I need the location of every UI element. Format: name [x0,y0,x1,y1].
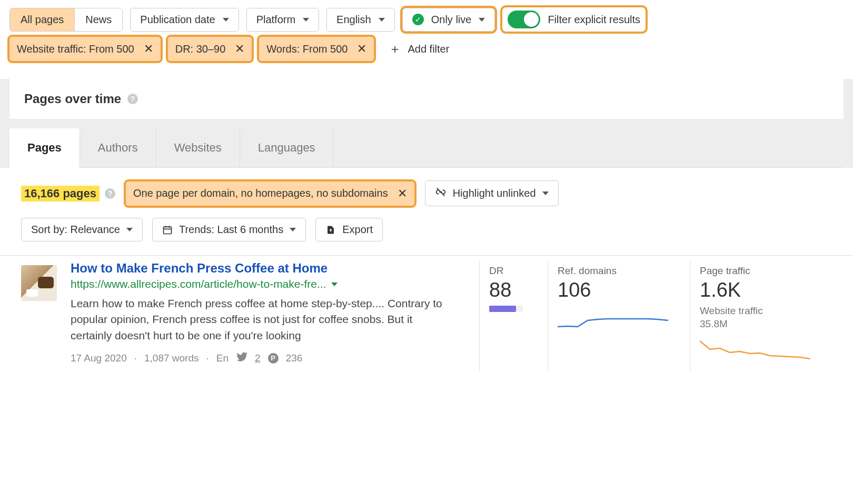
website-traffic-label: Website traffic [700,305,763,316]
publication-date-dropdown[interactable]: Publication date [130,8,239,32]
chevron-down-icon [223,18,229,22]
result-url[interactable]: https://www.allrecipes.com/article/how-t… [71,278,450,290]
trends-dropdown[interactable]: Trends: Last 6 months [152,218,306,241]
publication-date-label: Publication date [140,14,215,26]
close-icon[interactable]: ✕ [144,42,153,56]
only-live-label: Only live [431,14,472,26]
segment-all-pages[interactable]: All pages [10,8,75,31]
platform-dropdown[interactable]: Platform [246,8,319,32]
export-label: Export [342,224,373,236]
export-button[interactable]: Export [315,218,383,241]
dr-label: DR [489,265,538,277]
ref-domains-value: 106 [558,279,680,301]
explicit-label: Filter explicit results [548,14,640,26]
result-lang: En [206,352,229,364]
col-dr: DR 88 [479,261,548,371]
page-type-segment[interactable]: All pages News [9,8,123,32]
filter-chip-dr[interactable]: DR: 30–90 ✕ [168,37,252,61]
chip-label: One page per domain, no homepages, no su… [133,187,388,199]
dr-bar [489,306,523,312]
pinterest-count[interactable]: 236 [286,352,303,364]
toggle-knob [524,12,539,27]
col-ref-domains: Ref. domains 106 [548,261,690,371]
ref-domains-label: Ref. domains [558,265,680,277]
result-title-link[interactable]: How to Make French Press Coffee at Home [71,261,328,275]
ref-domains-sparkline [558,309,668,335]
explicit-toggle[interactable] [508,11,540,28]
chip-label: Website traffic: From 500 [17,43,134,55]
pages-over-time-panel: Pages over time ? [9,79,844,119]
twitter-count[interactable]: 2 [255,352,261,364]
page-traffic-label: Page traffic [700,265,822,277]
result-thumbnail[interactable] [21,265,57,301]
sort-dropdown[interactable]: Sort by: Relevance [21,218,143,241]
page-traffic-sparkline [700,338,810,364]
tab-websites[interactable]: Websites [156,128,240,168]
platform-label: Platform [256,14,295,26]
add-filter-button[interactable]: ＋ Add filter [381,37,457,61]
highlight-unlinked-dropdown[interactable]: Highlight unlinked [425,180,559,206]
panel-title: Pages over time [24,92,121,106]
col-page-traffic: Page traffic 1.6K Website traffic 35.8M [690,261,832,371]
result-tabs: Pages Authors Websites Languages [0,128,853,168]
result-meta: 17 Aug 2020 1,087 words En 2 P 236 [71,351,450,365]
chip-label: Words: From 500 [266,43,348,55]
trends-label: Trends: Last 6 months [179,224,283,236]
website-traffic-value: 35.8M [700,318,728,329]
chevron-down-icon [542,191,549,195]
filter-chip-website-traffic[interactable]: Website traffic: From 500 ✕ [9,37,161,61]
result-count: 16,166 pages [21,186,100,201]
svg-rect-0 [163,227,171,234]
chevron-down-icon [290,228,296,231]
tab-languages[interactable]: Languages [240,128,334,168]
chevron-down-icon [126,228,133,231]
filter-chip-words[interactable]: Words: From 500 ✕ [259,37,374,61]
check-circle-icon: ✓ [412,14,424,25]
filter-explicit-control: Filter explicit results [502,7,646,32]
chevron-down-icon[interactable] [331,283,338,286]
result-row: How to Make French Press Coffee at Home … [0,255,853,371]
highlight-unlinked-label: Highlight unlinked [453,187,536,199]
sort-label: Sort by: Relevance [31,224,120,236]
result-words: 1,087 words [134,352,199,364]
chevron-down-icon [479,18,485,22]
chip-label: DR: 30–90 [175,43,226,55]
plus-icon: ＋ [389,43,401,55]
unlinked-icon [435,186,447,200]
filter-chip-domain-settings[interactable]: One page per domain, no homepages, no su… [126,182,414,206]
tab-pages[interactable]: Pages [9,128,80,168]
chevron-down-icon [379,18,385,22]
calendar-icon [162,225,173,235]
export-icon [325,225,336,235]
add-filter-label: Add filter [408,43,449,55]
chevron-down-icon [303,18,309,22]
language-label: English [336,14,371,26]
dr-value: 88 [489,279,538,301]
result-url-text: https://www.allrecipes.com/article/how-t… [71,278,326,290]
result-date: 17 Aug 2020 [71,352,127,364]
close-icon[interactable]: ✕ [357,42,366,56]
help-icon[interactable]: ? [105,188,115,199]
language-dropdown[interactable]: English [326,8,395,32]
segment-news[interactable]: News [75,8,122,31]
only-live-dropdown[interactable]: ✓ Only live [402,8,495,32]
close-icon[interactable]: ✕ [398,187,407,200]
page-traffic-value: 1.6K [700,279,822,301]
close-icon[interactable]: ✕ [235,42,244,56]
result-description: Learn how to make French press coffee at… [71,296,450,344]
pinterest-icon: P [268,353,279,364]
tab-authors[interactable]: Authors [80,128,156,168]
help-icon[interactable]: ? [127,94,138,104]
twitter-icon [236,351,247,365]
